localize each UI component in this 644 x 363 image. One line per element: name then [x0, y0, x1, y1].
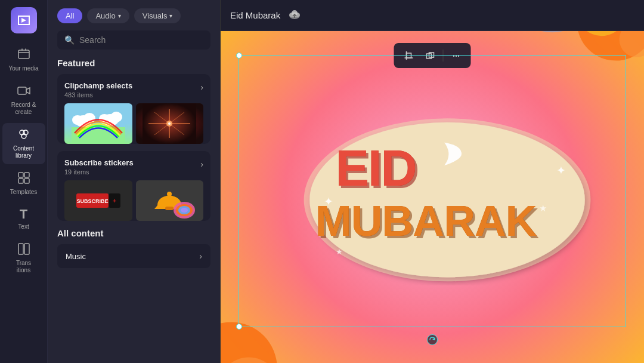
icon-sidebar: Your media Record &create Contentlibrary: [0, 0, 48, 363]
svg-rect-10: [24, 244, 29, 254]
svg-point-34: [167, 192, 172, 196]
svg-rect-1: [18, 87, 26, 94]
main-area: Eid Mubarak: [221, 0, 644, 363]
panel-body: Featured Clipchamp selects 483 items ›: [48, 56, 220, 363]
subscribe-stickers-thumbnails: SUBSCRIBE +: [64, 180, 203, 221]
sidebar-item-templates[interactable]: Templates: [2, 167, 45, 201]
subscribe-stickers-title: Subscribe stickers: [64, 158, 134, 167]
music-arrow-icon: ›: [199, 251, 202, 261]
svg-rect-33: [165, 207, 174, 210]
thumbnail-subscribe: SUBSCRIBE +: [64, 180, 132, 221]
cloud-sync-icon: [287, 8, 302, 23]
svg-point-17: [110, 112, 122, 122]
svg-text:SUBSCRIBE: SUBSCRIBE: [76, 198, 108, 204]
thumbnail-rainbow: [64, 103, 132, 144]
svg-rect-5: [18, 173, 23, 177]
all-content-section: All content Music ›: [57, 228, 210, 268]
svg-text:EID: EID: [336, 140, 416, 196]
sidebar-item-templates-label: Templates: [10, 189, 38, 196]
thumbnail-bell: [136, 180, 204, 221]
text-icon: T: [20, 208, 27, 221]
crop-button[interactable]: [400, 47, 418, 64]
canvas-wrapper: ··· EID EID EID: [221, 31, 644, 363]
filter-visuals-button[interactable]: Visuals ▾: [134, 8, 181, 23]
clipchamp-selects-arrow-icon: ›: [200, 82, 203, 92]
svg-point-15: [72, 115, 83, 125]
visuals-chevron-icon: ▾: [169, 13, 172, 19]
sidebar-item-transitions[interactable]: Transitions: [2, 238, 45, 279]
your-media-icon: [17, 48, 30, 63]
svg-rect-9: [18, 244, 23, 254]
search-icon: 🔍: [64, 35, 75, 45]
clipchamp-selects-thumbnails: [64, 103, 203, 144]
svg-point-26: [168, 122, 171, 125]
eid-mubarak-sticker[interactable]: EID EID EID MUBARAK MUBARAK MUBARAK ✦ ✦ …: [298, 101, 596, 293]
floating-toolbar: ···: [394, 43, 471, 68]
content-library-icon: [17, 128, 30, 143]
clipchamp-selects-count: 483 items: [64, 91, 132, 99]
music-label: Music: [66, 252, 86, 261]
sidebar-item-record-create[interactable]: Record &create: [2, 79, 45, 121]
all-content-title: All content: [57, 228, 210, 238]
thumbnail-sparkle: [136, 103, 204, 144]
svg-text:✦: ✦: [556, 164, 566, 177]
record-create-icon: [17, 84, 30, 99]
sidebar-item-text-label: Text: [18, 223, 29, 230]
svg-text:★: ★: [539, 203, 547, 213]
search-input[interactable]: [79, 35, 203, 45]
filter-audio-button[interactable]: Audio ▾: [87, 8, 129, 23]
svg-point-38: [181, 208, 188, 213]
svg-rect-7: [18, 179, 23, 183]
rotate-handle[interactable]: [427, 334, 438, 345]
sidebar-item-your-media-label: Your media: [8, 65, 38, 72]
filter-row: All Audio ▾ Visuals ▾: [57, 8, 210, 23]
subscribe-stickers-count: 19 items: [64, 168, 134, 176]
svg-text:+: +: [113, 197, 116, 204]
subscribe-stickers-arrow-icon: ›: [200, 159, 203, 169]
clipchamp-selects-header: Clipchamp selects 483 items ›: [64, 81, 203, 99]
filter-all-button[interactable]: All: [57, 8, 82, 23]
sidebar-item-text[interactable]: T Text: [2, 203, 45, 235]
svg-rect-0: [18, 50, 29, 59]
svg-text:MUBARAK: MUBARAK: [315, 196, 537, 245]
more-options-button[interactable]: ···: [447, 47, 465, 64]
svg-text:✦: ✦: [324, 195, 333, 208]
panel-header: All Audio ▾ Visuals ▾ 🔍: [48, 0, 220, 56]
clipchamp-selects-card[interactable]: Clipchamp selects 483 items ›: [57, 74, 210, 144]
search-bar[interactable]: 🔍: [57, 30, 210, 50]
sidebar-item-content-library[interactable]: Contentlibrary: [2, 123, 45, 164]
content-panel: All Audio ▾ Visuals ▾ 🔍 Featured Clipcha…: [48, 0, 221, 363]
toolbar-divider: [443, 50, 444, 61]
svg-rect-6: [24, 173, 29, 177]
svg-rect-52: [407, 53, 411, 58]
music-row[interactable]: Music ›: [57, 244, 210, 268]
featured-section-title: Featured: [57, 58, 210, 68]
sidebar-item-your-media[interactable]: Your media: [2, 43, 45, 77]
main-header: Eid Mubarak: [221, 0, 644, 31]
sidebar-item-transitions-label: Transitions: [16, 260, 31, 274]
templates-icon: [17, 171, 30, 186]
resize-button[interactable]: [422, 47, 439, 64]
sidebar-item-record-create-label: Record &create: [11, 101, 36, 116]
project-title: Eid Mubarak: [230, 10, 280, 20]
svg-text:★: ★: [336, 247, 343, 256]
app-logo[interactable]: [11, 7, 37, 33]
sidebar-item-content-library-label: Contentlibrary: [13, 145, 34, 159]
transitions-icon: [17, 242, 30, 257]
subscribe-stickers-card[interactable]: Subscribe stickers 19 items › SUBSCRIBE …: [57, 151, 210, 221]
audio-chevron-icon: ▾: [118, 13, 121, 19]
subscribe-stickers-header: Subscribe stickers 19 items ›: [64, 158, 203, 176]
clipchamp-selects-title: Clipchamp selects: [64, 81, 132, 90]
svg-rect-8: [24, 179, 29, 183]
